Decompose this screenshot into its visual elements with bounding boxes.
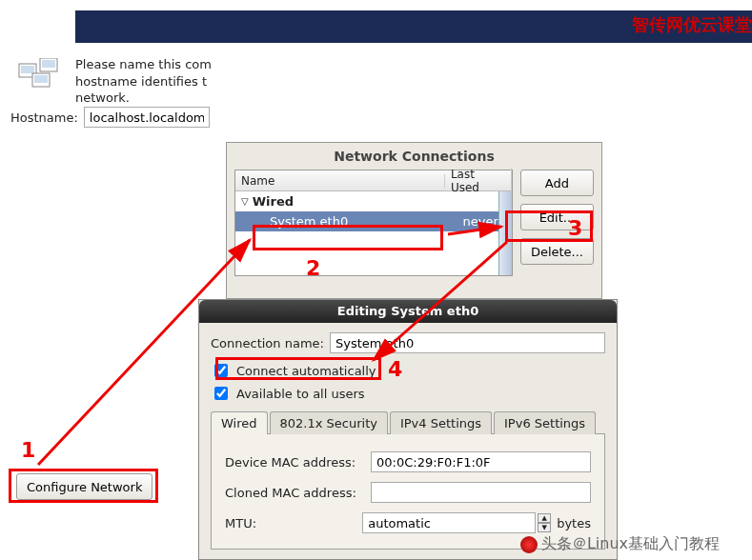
connection-name-input[interactable] bbox=[330, 332, 605, 353]
mtu-spin[interactable]: ▲▼ bbox=[538, 513, 551, 532]
col-last-used[interactable]: Last Used bbox=[445, 168, 512, 194]
hostname-input[interactable] bbox=[84, 107, 210, 128]
cloned-mac-label: Cloned MAC address: bbox=[225, 486, 363, 500]
svg-rect-3 bbox=[42, 60, 55, 68]
expander-icon[interactable]: ▽ bbox=[241, 196, 249, 207]
configure-network-button[interactable]: Configure Network bbox=[16, 473, 152, 500]
tab-8021x[interactable]: 802.1x Security bbox=[270, 411, 388, 434]
network-icon bbox=[17, 58, 65, 89]
annot-num-2: 2 bbox=[306, 256, 320, 280]
header-narrative: Please name this com hostname identifies… bbox=[75, 56, 218, 107]
toutiao-icon bbox=[520, 536, 538, 553]
col-name[interactable]: Name bbox=[235, 174, 445, 188]
edit-connection-dialog: Editing System eth0 Connection name: Con… bbox=[198, 299, 618, 560]
annot-num-3: 3 bbox=[568, 216, 582, 240]
edit-button[interactable]: Edit... bbox=[520, 204, 594, 230]
add-button[interactable]: Add bbox=[520, 170, 594, 196]
network-connections-dialog: Network Connections Name Last Used ▽ Wir… bbox=[226, 142, 602, 299]
tab-bar: Wired 802.1x Security IPv4 Settings IPv6… bbox=[211, 410, 605, 433]
mtu-label: MTU: bbox=[225, 516, 355, 530]
all-users-label: Available to all users bbox=[236, 387, 365, 401]
hostname-label: Hostname: bbox=[10, 110, 78, 125]
connect-auto-checkbox[interactable] bbox=[214, 364, 228, 377]
mtu-unit: bytes bbox=[557, 516, 591, 530]
all-users-checkbox[interactable] bbox=[214, 387, 228, 400]
tree-item-system-eth0[interactable]: System eth0 never bbox=[235, 211, 512, 231]
connection-name-label: Connection name: bbox=[211, 336, 324, 350]
annot-num-1: 1 bbox=[21, 438, 35, 462]
dlg-title: Editing System eth0 bbox=[199, 300, 617, 323]
delete-button[interactable]: Delete... bbox=[520, 238, 594, 265]
tab-wired[interactable]: Wired bbox=[211, 411, 268, 434]
mtu-input[interactable] bbox=[362, 512, 536, 533]
nc-title: Network Connections bbox=[227, 149, 601, 164]
tab-ipv6[interactable]: IPv6 Settings bbox=[494, 411, 596, 434]
tabpane-wired: Device MAC address: Cloned MAC address: … bbox=[211, 433, 605, 550]
svg-rect-1 bbox=[21, 66, 34, 73]
connections-tree[interactable]: Name Last Used ▽ Wired System eth0 never bbox=[234, 170, 513, 276]
device-mac-label: Device MAC address: bbox=[225, 455, 363, 470]
tab-ipv4[interactable]: IPv4 Settings bbox=[390, 411, 492, 434]
tree-group-wired[interactable]: ▽ Wired bbox=[235, 191, 512, 211]
connect-auto-label: Connect automatically bbox=[236, 364, 376, 378]
watermark-top: 智传网优云课堂 bbox=[632, 13, 752, 36]
cloned-mac-input[interactable] bbox=[371, 482, 591, 503]
tree-scrollbar[interactable] bbox=[498, 191, 512, 275]
annot-num-4: 4 bbox=[388, 357, 402, 381]
device-mac-input[interactable] bbox=[371, 451, 591, 472]
svg-rect-5 bbox=[34, 75, 48, 83]
watermark-bottom: 头条＠Linux基础入门教程 bbox=[520, 534, 720, 554]
